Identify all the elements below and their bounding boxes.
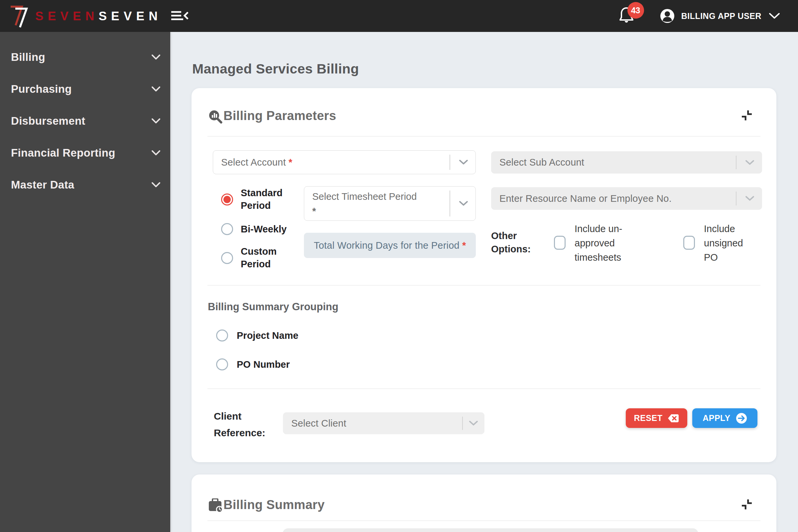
sidebar-item-label: Financial Reporting bbox=[11, 147, 115, 159]
sub-account-select[interactable]: Select Sub Account bbox=[491, 151, 762, 174]
sub-account-placeholder: Select Sub Account bbox=[491, 157, 584, 168]
divider bbox=[462, 417, 463, 430]
divider bbox=[208, 136, 760, 137]
radio-po-number[interactable] bbox=[216, 358, 228, 370]
radio-project-name[interactable] bbox=[216, 329, 228, 341]
divider bbox=[450, 155, 450, 170]
radio-label-standard-period[interactable]: Standard Period bbox=[241, 187, 291, 212]
radio-label-bi-weekly[interactable]: Bi-Weekly bbox=[241, 223, 307, 235]
billing-parameters-card: Billing Parameters Select Account * Sele… bbox=[191, 88, 776, 462]
apply-button-label: APPLY bbox=[703, 413, 730, 423]
chevron-down-icon bbox=[745, 159, 755, 165]
required-marker: * bbox=[289, 157, 292, 168]
account-placeholder: Select Account bbox=[213, 157, 286, 168]
collapse-card-icon[interactable] bbox=[740, 498, 754, 511]
checkbox-include-unsigned-po[interactable] bbox=[683, 236, 695, 250]
card-title: Billing Summary bbox=[224, 498, 324, 512]
sidebar-item-label: Billing bbox=[11, 51, 45, 63]
notification-badge: 43 bbox=[627, 2, 644, 19]
other-options-label: Other Options: bbox=[491, 229, 538, 256]
checkbox-include-unapproved-timesheets[interactable] bbox=[554, 236, 566, 250]
chevron-down-icon bbox=[745, 196, 755, 202]
client-placeholder: Select Client bbox=[283, 418, 346, 429]
apply-button[interactable]: APPLY bbox=[692, 408, 757, 428]
sidebar-item-label: Disbursement bbox=[11, 115, 86, 127]
divider bbox=[736, 191, 737, 206]
required-marker: * bbox=[462, 240, 466, 251]
sidebar-item-master-data[interactable]: Master Data bbox=[0, 169, 170, 201]
divider bbox=[450, 191, 450, 216]
card-title: Billing Parameters bbox=[224, 109, 336, 123]
divider bbox=[208, 285, 760, 286]
timesheet-period-select[interactable]: Select Timesheet Period * bbox=[304, 186, 476, 221]
reset-button-label: RESET bbox=[634, 413, 663, 423]
checkbox-label-include-unapproved-timesheets[interactable]: Include un-approved timesheets bbox=[574, 222, 636, 265]
billing-summary-card: Billing Summary bbox=[191, 474, 776, 532]
grouping-section-title: Billing Summary Grouping bbox=[208, 301, 339, 313]
account-select[interactable]: Select Account * bbox=[213, 150, 476, 174]
total-working-days-field[interactable]: Total Working Days for the Period * bbox=[304, 233, 476, 258]
radio-bi-weekly[interactable] bbox=[221, 223, 233, 235]
search-analytics-icon bbox=[208, 109, 223, 124]
radio-standard-period[interactable] bbox=[221, 193, 233, 206]
user-menu-chevron-down-icon[interactable] bbox=[769, 13, 780, 19]
chevron-down-icon bbox=[152, 150, 160, 156]
sidebar-item-label: Master Data bbox=[11, 178, 74, 191]
radio-custom-period[interactable] bbox=[221, 252, 233, 264]
chevron-down-icon bbox=[152, 87, 160, 92]
sidebar-item-purchasing[interactable]: Purchasing bbox=[0, 73, 170, 105]
summary-partial-field bbox=[283, 528, 698, 532]
reset-button[interactable]: RESET bbox=[626, 408, 687, 428]
sidebar-item-financial-reporting[interactable]: Financial Reporting bbox=[0, 137, 170, 169]
brand-word-2: SEVEN bbox=[98, 10, 162, 22]
main-content: Managed Services Billing Billing Paramet… bbox=[170, 32, 798, 532]
chevron-down-icon bbox=[152, 55, 160, 60]
user-avatar-icon[interactable] bbox=[660, 8, 674, 23]
menu-fold-icon[interactable] bbox=[171, 10, 189, 22]
chevron-down-icon bbox=[152, 118, 160, 124]
divider bbox=[208, 388, 760, 389]
collapse-card-icon[interactable] bbox=[740, 109, 754, 122]
divider bbox=[736, 156, 737, 169]
user-name[interactable]: BILLING APP USER bbox=[681, 11, 761, 21]
sidebar-item-disbursement[interactable]: Disbursement bbox=[0, 105, 170, 137]
chevron-down-icon bbox=[469, 421, 478, 426]
sidebar-item-label: Purchasing bbox=[11, 83, 72, 95]
timesheet-placeholder: Select Timesheet Period bbox=[312, 189, 417, 204]
seven-seven-logo-icon bbox=[8, 4, 32, 28]
notifications-button[interactable]: 43 bbox=[619, 6, 636, 26]
sidebar-nav: Billing Purchasing Disbursement Financia… bbox=[0, 32, 170, 532]
client-reference-label: Client Reference: bbox=[214, 408, 272, 441]
sidebar-item-billing[interactable]: Billing bbox=[0, 41, 170, 73]
chevron-down-icon bbox=[152, 182, 160, 188]
chevron-down-icon bbox=[459, 201, 468, 207]
checkbox-label-include-unsigned-po[interactable]: Include unsigned PO bbox=[704, 222, 757, 265]
required-marker: * bbox=[312, 204, 417, 218]
briefcase-clock-icon bbox=[208, 498, 224, 513]
chevron-down-icon bbox=[459, 159, 468, 165]
radio-label-po-number[interactable]: PO Number bbox=[237, 358, 343, 371]
client-select[interactable]: Select Client bbox=[283, 412, 484, 434]
page-title: Managed Services Billing bbox=[192, 61, 359, 77]
workdays-placeholder: Total Working Days for the Period bbox=[314, 240, 459, 251]
resource-placeholder: Enter Resource Name or Employee No. bbox=[491, 193, 672, 204]
top-bar: SEVEN SEVEN 43 BILLING APP USER bbox=[0, 0, 798, 32]
brand-word-1: SEVEN bbox=[35, 10, 98, 22]
divider bbox=[208, 520, 760, 521]
backspace-icon bbox=[668, 414, 679, 423]
radio-label-project-name[interactable]: Project Name bbox=[237, 329, 343, 342]
resource-name-input[interactable]: Enter Resource Name or Employee No. bbox=[491, 187, 762, 210]
arrow-right-circle-icon bbox=[736, 413, 747, 424]
brand-logo: SEVEN SEVEN bbox=[8, 4, 162, 28]
radio-label-custom-period[interactable]: Custom Period bbox=[241, 245, 291, 270]
